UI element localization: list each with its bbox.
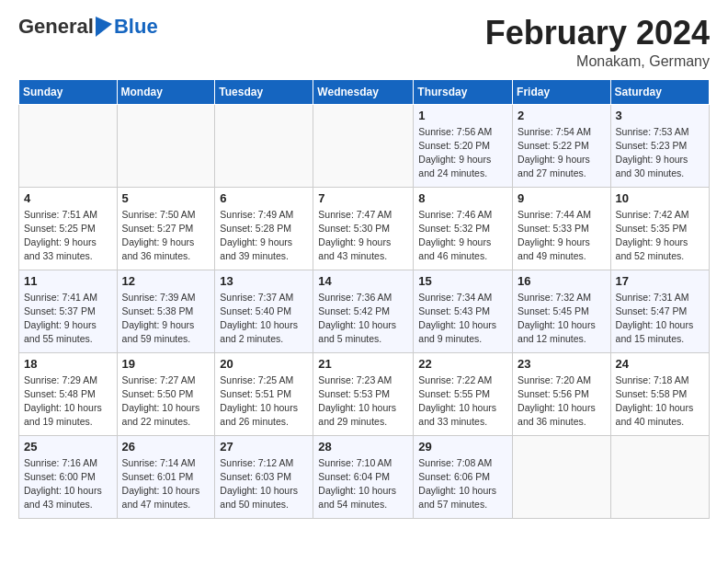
day-number: 28 xyxy=(318,440,408,454)
page-header: General Blue February 2024 Monakam, Germ… xyxy=(18,15,710,70)
day-info: Sunrise: 7:10 AMSunset: 6:04 PMDaylight:… xyxy=(318,456,408,512)
header-day-tuesday: Tuesday xyxy=(215,79,313,104)
header-day-friday: Friday xyxy=(513,79,611,104)
calendar-cell: 20Sunrise: 7:25 AMSunset: 5:51 PMDayligh… xyxy=(215,352,313,435)
calendar-table: SundayMondayTuesdayWednesdayThursdayFrid… xyxy=(18,79,710,519)
calendar-cell: 16Sunrise: 7:32 AMSunset: 5:45 PMDayligh… xyxy=(513,270,611,352)
day-number: 22 xyxy=(418,357,507,371)
day-info: Sunrise: 7:22 AMSunset: 5:55 PMDaylight:… xyxy=(418,373,507,430)
day-info: Sunrise: 7:42 AMSunset: 5:35 PMDaylight:… xyxy=(616,208,704,264)
day-info: Sunrise: 7:46 AMSunset: 5:32 PMDaylight:… xyxy=(418,208,507,264)
calendar-cell: 28Sunrise: 7:10 AMSunset: 6:04 PMDayligh… xyxy=(313,435,414,518)
day-number: 25 xyxy=(24,440,112,454)
day-info: Sunrise: 7:53 AMSunset: 5:23 PMDaylight:… xyxy=(616,125,704,181)
day-number: 3 xyxy=(616,109,704,122)
day-number: 24 xyxy=(616,357,704,371)
calendar-cell xyxy=(513,435,611,518)
calendar-cell: 25Sunrise: 7:16 AMSunset: 6:00 PMDayligh… xyxy=(19,435,118,518)
calendar-week-3: 11Sunrise: 7:41 AMSunset: 5:37 PMDayligh… xyxy=(19,270,710,352)
day-info: Sunrise: 7:12 AMSunset: 6:03 PMDaylight:… xyxy=(220,456,308,512)
day-info: Sunrise: 7:23 AMSunset: 5:53 PMDaylight:… xyxy=(318,373,408,430)
day-info: Sunrise: 7:54 AMSunset: 5:22 PMDaylight:… xyxy=(518,125,606,181)
page-subtitle: Monakam, Germany xyxy=(485,53,710,70)
day-number: 21 xyxy=(318,357,408,371)
calendar-week-2: 4Sunrise: 7:51 AMSunset: 5:25 PMDaylight… xyxy=(19,187,710,270)
calendar-body: 1Sunrise: 7:56 AMSunset: 5:20 PMDaylight… xyxy=(19,104,710,518)
calendar-cell: 15Sunrise: 7:34 AMSunset: 5:43 PMDayligh… xyxy=(414,270,513,352)
day-info: Sunrise: 7:49 AMSunset: 5:28 PMDaylight:… xyxy=(220,208,308,264)
day-info: Sunrise: 7:39 AMSunset: 5:38 PMDaylight:… xyxy=(122,291,210,347)
day-number: 7 xyxy=(318,191,408,205)
calendar-cell: 7Sunrise: 7:47 AMSunset: 5:30 PMDaylight… xyxy=(313,187,414,270)
day-number: 9 xyxy=(518,191,606,205)
day-number: 26 xyxy=(122,440,210,454)
calendar-cell: 13Sunrise: 7:37 AMSunset: 5:40 PMDayligh… xyxy=(215,270,313,352)
day-number: 29 xyxy=(418,440,507,454)
day-number: 13 xyxy=(220,274,308,288)
day-number: 2 xyxy=(518,109,606,122)
day-info: Sunrise: 7:08 AMSunset: 6:06 PMDaylight:… xyxy=(418,456,507,512)
header-day-wednesday: Wednesday xyxy=(313,79,414,104)
day-info: Sunrise: 7:56 AMSunset: 5:20 PMDaylight:… xyxy=(418,125,507,181)
day-number: 11 xyxy=(24,274,112,288)
calendar-cell: 10Sunrise: 7:42 AMSunset: 5:35 PMDayligh… xyxy=(610,187,709,270)
logo-blue: Blue xyxy=(114,15,158,39)
day-number: 12 xyxy=(122,274,210,288)
calendar-cell xyxy=(313,104,414,187)
day-number: 14 xyxy=(318,274,408,288)
day-number: 17 xyxy=(616,274,704,288)
header-row: SundayMondayTuesdayWednesdayThursdayFrid… xyxy=(19,79,710,104)
calendar-cell xyxy=(19,104,118,187)
day-info: Sunrise: 7:31 AMSunset: 5:47 PMDaylight:… xyxy=(616,291,704,347)
day-number: 1 xyxy=(418,109,507,122)
calendar-cell: 23Sunrise: 7:20 AMSunset: 5:56 PMDayligh… xyxy=(513,352,611,435)
header-day-thursday: Thursday xyxy=(414,79,513,104)
day-info: Sunrise: 7:14 AMSunset: 6:01 PMDaylight:… xyxy=(122,456,210,512)
day-number: 10 xyxy=(616,191,704,205)
header-day-saturday: Saturday xyxy=(610,79,709,104)
calendar-cell: 29Sunrise: 7:08 AMSunset: 6:06 PMDayligh… xyxy=(414,435,513,518)
logo-icon xyxy=(96,17,112,37)
calendar-cell: 27Sunrise: 7:12 AMSunset: 6:03 PMDayligh… xyxy=(215,435,313,518)
logo-general: General xyxy=(18,15,94,39)
calendar-cell: 21Sunrise: 7:23 AMSunset: 5:53 PMDayligh… xyxy=(313,352,414,435)
day-info: Sunrise: 7:47 AMSunset: 5:30 PMDaylight:… xyxy=(318,208,408,264)
calendar-cell: 4Sunrise: 7:51 AMSunset: 5:25 PMDaylight… xyxy=(19,187,118,270)
calendar-cell xyxy=(610,435,709,518)
day-info: Sunrise: 7:34 AMSunset: 5:43 PMDaylight:… xyxy=(418,291,507,347)
calendar-cell xyxy=(215,104,313,187)
calendar-week-1: 1Sunrise: 7:56 AMSunset: 5:20 PMDaylight… xyxy=(19,104,710,187)
calendar-cell: 18Sunrise: 7:29 AMSunset: 5:48 PMDayligh… xyxy=(19,352,118,435)
day-number: 18 xyxy=(24,357,112,371)
day-number: 15 xyxy=(418,274,507,288)
day-info: Sunrise: 7:37 AMSunset: 5:40 PMDaylight:… xyxy=(220,291,308,347)
page-title: February 2024 xyxy=(485,15,710,52)
calendar-cell: 19Sunrise: 7:27 AMSunset: 5:50 PMDayligh… xyxy=(117,352,215,435)
calendar-cell: 3Sunrise: 7:53 AMSunset: 5:23 PMDaylight… xyxy=(610,104,709,187)
calendar-cell: 2Sunrise: 7:54 AMSunset: 5:22 PMDaylight… xyxy=(513,104,611,187)
day-info: Sunrise: 7:27 AMSunset: 5:50 PMDaylight:… xyxy=(122,373,210,430)
logo: General Blue xyxy=(18,15,158,39)
header-day-monday: Monday xyxy=(117,79,215,104)
day-info: Sunrise: 7:50 AMSunset: 5:27 PMDaylight:… xyxy=(122,208,210,264)
day-info: Sunrise: 7:25 AMSunset: 5:51 PMDaylight:… xyxy=(220,373,308,430)
day-info: Sunrise: 7:16 AMSunset: 6:00 PMDaylight:… xyxy=(24,456,112,512)
day-number: 4 xyxy=(24,191,112,205)
calendar-week-4: 18Sunrise: 7:29 AMSunset: 5:48 PMDayligh… xyxy=(19,352,710,435)
calendar-cell xyxy=(117,104,215,187)
day-number: 6 xyxy=(220,191,308,205)
day-number: 8 xyxy=(418,191,507,205)
title-block: February 2024 Monakam, Germany xyxy=(485,15,710,70)
calendar-cell: 17Sunrise: 7:31 AMSunset: 5:47 PMDayligh… xyxy=(610,270,709,352)
calendar-cell: 6Sunrise: 7:49 AMSunset: 5:28 PMDaylight… xyxy=(215,187,313,270)
calendar-cell: 24Sunrise: 7:18 AMSunset: 5:58 PMDayligh… xyxy=(610,352,709,435)
day-number: 5 xyxy=(122,191,210,205)
day-number: 27 xyxy=(220,440,308,454)
calendar-week-5: 25Sunrise: 7:16 AMSunset: 6:00 PMDayligh… xyxy=(19,435,710,518)
day-info: Sunrise: 7:36 AMSunset: 5:42 PMDaylight:… xyxy=(318,291,408,347)
day-number: 16 xyxy=(518,274,606,288)
calendar-cell: 5Sunrise: 7:50 AMSunset: 5:27 PMDaylight… xyxy=(117,187,215,270)
calendar-header: SundayMondayTuesdayWednesdayThursdayFrid… xyxy=(19,79,710,104)
day-info: Sunrise: 7:41 AMSunset: 5:37 PMDaylight:… xyxy=(24,291,112,347)
calendar-cell: 14Sunrise: 7:36 AMSunset: 5:42 PMDayligh… xyxy=(313,270,414,352)
